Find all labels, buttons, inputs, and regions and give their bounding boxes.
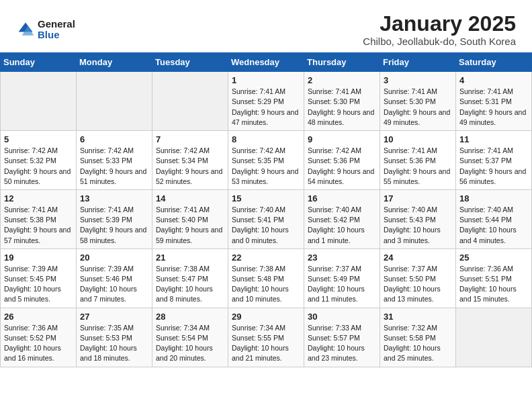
calendar-cell: 30Sunrise: 7:33 AM Sunset: 5:57 PM Dayli… [304, 308, 380, 367]
calendar-cell: 25Sunrise: 7:36 AM Sunset: 5:51 PM Dayli… [456, 248, 532, 308]
day-number: 31 [384, 312, 452, 322]
calendar-cell: 22Sunrise: 7:38 AM Sunset: 5:48 PM Dayli… [228, 248, 304, 308]
weekday-header-friday: Friday [380, 53, 456, 72]
calendar-cell [77, 72, 152, 131]
day-number: 24 [384, 253, 452, 263]
day-info: Sunrise: 7:36 AM Sunset: 5:52 PM Dayligh… [4, 323, 73, 364]
header: General Blue January 2025 Chilbo, Jeolla… [0, 0, 532, 52]
day-number: 14 [156, 193, 224, 203]
day-info: Sunrise: 7:40 AM Sunset: 5:41 PM Dayligh… [232, 205, 300, 246]
calendar-cell: 31Sunrise: 7:32 AM Sunset: 5:58 PM Dayli… [380, 308, 456, 367]
day-number: 13 [80, 193, 148, 203]
day-number: 30 [308, 312, 376, 322]
calendar-cell: 15Sunrise: 7:40 AM Sunset: 5:41 PM Dayli… [228, 189, 304, 248]
calendar-cell: 14Sunrise: 7:41 AM Sunset: 5:40 PM Dayli… [152, 189, 228, 248]
calendar-cell: 5Sunrise: 7:42 AM Sunset: 5:32 PM Daylig… [1, 131, 77, 190]
weekday-header-thursday: Thursday [304, 53, 380, 72]
calendar-cell: 19Sunrise: 7:39 AM Sunset: 5:45 PM Dayli… [1, 248, 77, 308]
day-number: 19 [4, 253, 73, 263]
day-number: 6 [80, 134, 148, 144]
calendar-cell: 18Sunrise: 7:40 AM Sunset: 5:44 PM Dayli… [456, 189, 532, 248]
calendar-cell: 1Sunrise: 7:41 AM Sunset: 5:29 PM Daylig… [228, 72, 304, 131]
calendar-cell: 11Sunrise: 7:41 AM Sunset: 5:37 PM Dayli… [456, 131, 532, 190]
day-number: 28 [156, 312, 224, 322]
day-number: 2 [308, 75, 376, 85]
day-info: Sunrise: 7:42 AM Sunset: 5:36 PM Dayligh… [308, 146, 376, 187]
calendar-cell: 16Sunrise: 7:40 AM Sunset: 5:42 PM Dayli… [304, 189, 380, 248]
day-info: Sunrise: 7:42 AM Sunset: 5:33 PM Dayligh… [80, 146, 148, 187]
calendar-cell: 4Sunrise: 7:41 AM Sunset: 5:31 PM Daylig… [456, 72, 532, 131]
day-number: 12 [4, 193, 73, 203]
day-info: Sunrise: 7:42 AM Sunset: 5:34 PM Dayligh… [156, 146, 224, 187]
calendar-cell: 21Sunrise: 7:38 AM Sunset: 5:47 PM Dayli… [152, 248, 228, 308]
day-info: Sunrise: 7:41 AM Sunset: 5:31 PM Dayligh… [459, 87, 528, 128]
day-info: Sunrise: 7:40 AM Sunset: 5:44 PM Dayligh… [459, 205, 528, 246]
calendar-cell: 26Sunrise: 7:36 AM Sunset: 5:52 PM Dayli… [1, 308, 77, 367]
day-info: Sunrise: 7:41 AM Sunset: 5:30 PM Dayligh… [384, 87, 452, 128]
day-number: 8 [232, 134, 300, 144]
calendar-cell: 2Sunrise: 7:41 AM Sunset: 5:30 PM Daylig… [304, 72, 380, 131]
day-number: 10 [384, 134, 452, 144]
day-number: 22 [232, 253, 300, 263]
day-number: 7 [156, 134, 224, 144]
day-info: Sunrise: 7:35 AM Sunset: 5:53 PM Dayligh… [80, 323, 148, 364]
day-info: Sunrise: 7:37 AM Sunset: 5:49 PM Dayligh… [308, 264, 376, 305]
day-number: 16 [308, 193, 376, 203]
logo-general-text: General [38, 19, 75, 30]
day-number: 15 [232, 193, 300, 203]
day-info: Sunrise: 7:39 AM Sunset: 5:46 PM Dayligh… [80, 264, 148, 305]
day-number: 20 [80, 253, 148, 263]
calendar-cell: 17Sunrise: 7:40 AM Sunset: 5:43 PM Dayli… [380, 189, 456, 248]
logo: General Blue [16, 19, 75, 41]
day-info: Sunrise: 7:39 AM Sunset: 5:45 PM Dayligh… [4, 264, 73, 305]
day-number: 25 [459, 253, 528, 263]
week-row-2: 5Sunrise: 7:42 AM Sunset: 5:32 PM Daylig… [1, 131, 532, 190]
logo-icon [16, 20, 35, 39]
week-row-4: 19Sunrise: 7:39 AM Sunset: 5:45 PM Dayli… [1, 248, 532, 308]
logo-blue-text: Blue [38, 30, 75, 41]
day-info: Sunrise: 7:41 AM Sunset: 5:30 PM Dayligh… [308, 87, 376, 128]
day-number: 21 [156, 253, 224, 263]
weekday-header-monday: Monday [77, 53, 152, 72]
calendar-cell: 23Sunrise: 7:37 AM Sunset: 5:49 PM Dayli… [304, 248, 380, 308]
weekday-header-saturday: Saturday [456, 53, 532, 72]
weekday-header-tuesday: Tuesday [152, 53, 228, 72]
day-number: 27 [80, 312, 148, 322]
calendar-cell: 12Sunrise: 7:41 AM Sunset: 5:38 PM Dayli… [1, 189, 77, 248]
calendar-cell: 20Sunrise: 7:39 AM Sunset: 5:46 PM Dayli… [77, 248, 152, 308]
day-number: 4 [459, 75, 528, 85]
day-info: Sunrise: 7:36 AM Sunset: 5:51 PM Dayligh… [459, 264, 528, 305]
calendar-cell [152, 72, 228, 131]
day-info: Sunrise: 7:33 AM Sunset: 5:57 PM Dayligh… [308, 323, 376, 364]
week-row-5: 26Sunrise: 7:36 AM Sunset: 5:52 PM Dayli… [1, 308, 532, 367]
location: Chilbo, Jeollabuk-do, South Korea [363, 36, 516, 47]
day-number: 17 [384, 193, 452, 203]
day-number: 23 [308, 253, 376, 263]
day-info: Sunrise: 7:37 AM Sunset: 5:50 PM Dayligh… [384, 264, 452, 305]
day-info: Sunrise: 7:41 AM Sunset: 5:36 PM Dayligh… [384, 146, 452, 187]
day-number: 3 [384, 75, 452, 85]
calendar-cell: 28Sunrise: 7:34 AM Sunset: 5:54 PM Dayli… [152, 308, 228, 367]
day-number: 11 [459, 134, 528, 144]
calendar-cell: 13Sunrise: 7:41 AM Sunset: 5:39 PM Dayli… [77, 189, 152, 248]
month-title: January 2025 [363, 12, 516, 36]
calendar-cell: 24Sunrise: 7:37 AM Sunset: 5:50 PM Dayli… [380, 248, 456, 308]
calendar-cell: 9Sunrise: 7:42 AM Sunset: 5:36 PM Daylig… [304, 131, 380, 190]
weekday-header-wednesday: Wednesday [228, 53, 304, 72]
day-info: Sunrise: 7:40 AM Sunset: 5:42 PM Dayligh… [308, 205, 376, 246]
logo-text: General Blue [38, 19, 75, 41]
day-info: Sunrise: 7:38 AM Sunset: 5:48 PM Dayligh… [232, 264, 300, 305]
day-info: Sunrise: 7:41 AM Sunset: 5:40 PM Dayligh… [156, 205, 224, 246]
day-info: Sunrise: 7:41 AM Sunset: 5:39 PM Dayligh… [80, 205, 148, 246]
day-info: Sunrise: 7:42 AM Sunset: 5:35 PM Dayligh… [232, 146, 300, 187]
calendar-cell: 27Sunrise: 7:35 AM Sunset: 5:53 PM Dayli… [77, 308, 152, 367]
title-area: January 2025 Chilbo, Jeollabuk-do, South… [363, 12, 516, 47]
week-row-3: 12Sunrise: 7:41 AM Sunset: 5:38 PM Dayli… [1, 189, 532, 248]
calendar-cell [456, 308, 532, 367]
calendar-cell [1, 72, 77, 131]
day-number: 1 [232, 75, 300, 85]
day-number: 29 [232, 312, 300, 322]
day-info: Sunrise: 7:41 AM Sunset: 5:29 PM Dayligh… [232, 87, 300, 128]
day-info: Sunrise: 7:40 AM Sunset: 5:43 PM Dayligh… [384, 205, 452, 246]
day-number: 9 [308, 134, 376, 144]
